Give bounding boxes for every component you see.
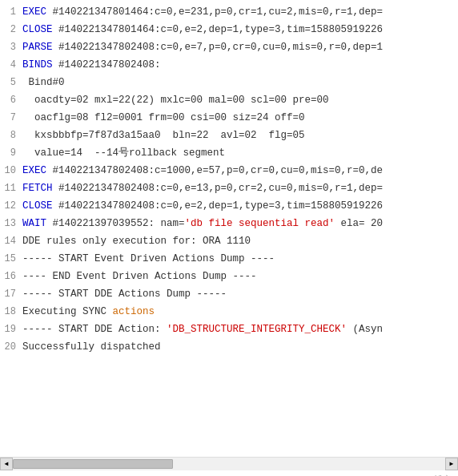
line-content: oacdty=02 mxl=22(22) mxlc=00 mal=00 scl=… — [22, 92, 329, 108]
code-token: #140221347802408:c=0,e=7,p=0,cr=0,cu=0,m… — [53, 42, 384, 53]
line-number: 2 — [0, 24, 22, 35]
code-token: DDE rules only execution for: ORA 1110 — [22, 236, 251, 247]
line-number: 18 — [0, 306, 22, 317]
horizontal-scrollbar[interactable]: ◀ ▶ — [0, 457, 458, 470]
code-token: ----- START DDE Actions Dump ----- — [22, 288, 227, 300]
line-content: Successfully dispatched — [22, 339, 161, 355]
line-number: 14 — [0, 236, 22, 247]
code-line: 20Successfully dispatched — [0, 338, 458, 356]
code-line: 10EXEC #140221347802408:c=1000,e=57,p=0,… — [0, 162, 458, 180]
code-token: #140221347802408: — [53, 59, 161, 71]
code-line: 2CLOSE #140221347801464:c=0,e=2,dep=1,ty… — [0, 21, 458, 38]
line-content: CLOSE #140221347801464:c=0,e=2,dep=1,typ… — [22, 22, 383, 38]
code-lines: 1EXEC #140221347801464:c=0,e=231,p=0,cr=… — [0, 0, 458, 359]
code-line: 1EXEC #140221347801464:c=0,e=231,p=0,cr=… — [0, 3, 458, 21]
line-content: FETCH #140221347802408:c=0,e=13,p=0,cr=2… — [22, 180, 383, 196]
scroll-left-button[interactable]: ◀ — [0, 458, 13, 470]
line-content: ----- START DDE Actions Dump ----- — [22, 286, 227, 302]
line-number: 11 — [0, 183, 22, 194]
code-token: PARSE — [22, 42, 53, 53]
code-token: #140221347801464:c=0,e=2,dep=1,type=3,ti… — [53, 24, 377, 35]
line-content: Executing SYNC actions — [22, 304, 155, 320]
line-number: 19 — [0, 324, 22, 335]
code-token: #140221397039552: nam= — [46, 218, 185, 229]
code-line: 14DDE rules only execution for: ORA 1110 — [0, 232, 458, 250]
code-token: 'db file sequential read' — [185, 218, 335, 229]
line-content: PARSE #140221347802408:c=0,e=7,p=0,cr=0,… — [22, 39, 383, 55]
code-token: Bind#0 — [22, 77, 65, 88]
code-token: Executing SYNC — [22, 306, 113, 317]
code-line: 18Executing SYNC actions — [0, 303, 458, 321]
scrollbar-track[interactable] — [13, 458, 445, 470]
line-content: ----- START DDE Action: 'DB_STRUCTURE_IN… — [22, 321, 383, 337]
line-content: BINDS #140221347802408: — [22, 57, 161, 73]
code-token: #140221347802408:c=0,e=2,dep=1,type=3,ti… — [53, 200, 377, 212]
code-token: kxsbbbfp=7f87d3a15aa0 bln=22 avl=02 flg=… — [22, 130, 305, 141]
code-line: 15----- START Event Driven Actions Dump … — [0, 250, 458, 268]
footer-bar: @51CTO博客 — [0, 470, 458, 476]
line-number: 9 — [0, 147, 22, 159]
code-line: 6 oacdty=02 mxl=22(22) mxlc=00 mal=00 sc… — [0, 91, 458, 109]
code-token: BINDS — [22, 59, 53, 71]
code-line: 16---- END Event Driven Actions Dump ---… — [0, 268, 458, 285]
code-token: EXEC — [22, 6, 46, 18]
code-token: ---- END Event Driven Actions Dump ---- — [22, 271, 257, 282]
code-token: CLOSE — [22, 200, 53, 212]
code-token: value=14 --14号rollback segment — [22, 147, 225, 159]
code-token: CLOSE — [22, 24, 53, 35]
line-content: oacflg=08 fl2=0001 frm=00 csi=00 siz=24 … — [22, 110, 305, 126]
scrollbar-thumb[interactable] — [13, 459, 173, 469]
code-line: 12CLOSE #140221347802408:c=0,e=2,dep=1,t… — [0, 197, 458, 215]
line-number: 10 — [0, 165, 22, 176]
line-content: value=14 --14号rollback segment — [22, 145, 225, 161]
code-line: 11FETCH #140221347802408:c=0,e=13,p=0,cr… — [0, 180, 458, 197]
code-token: ----- START DDE Action: — [22, 324, 167, 335]
code-line: 9 value=14 --14号rollback segment — [0, 144, 458, 162]
code-line: 13WAIT #140221397039552: nam='db file se… — [0, 215, 458, 232]
line-number: 1 — [0, 6, 22, 18]
line-content: EXEC #140221347801464:c=0,e=231,p=0,cr=1… — [22, 4, 383, 20]
code-line: 5 Bind#0 — [0, 74, 458, 91]
code-line: 17----- START DDE Actions Dump ----- — [0, 285, 458, 303]
line-number: 5 — [0, 77, 22, 88]
code-token: Successfully dispatched — [22, 341, 161, 353]
line-content: ----- START Event Driven Actions Dump --… — [22, 251, 275, 267]
line-number: 6 — [0, 95, 22, 106]
code-token: FETCH — [22, 183, 53, 194]
line-content: Bind#0 — [22, 75, 65, 91]
code-token: actions — [113, 306, 155, 317]
line-content: WAIT #140221397039552: nam='db file sequ… — [22, 216, 383, 232]
code-line: 8 kxsbbbfp=7f87d3a15aa0 bln=22 avl=02 fl… — [0, 127, 458, 144]
code-token: #140221347802408:c=1000,e=57,p=0,cr=0,cu… — [46, 165, 383, 176]
code-line: 4BINDS #140221347802408: — [0, 56, 458, 74]
line-number: 15 — [0, 253, 22, 264]
line-content: ---- END Event Driven Actions Dump ---- — [22, 268, 257, 284]
code-token: 6 — [377, 24, 384, 35]
line-number: 12 — [0, 200, 22, 212]
code-token: EXEC — [22, 165, 46, 176]
code-token: WAIT — [22, 218, 46, 229]
scroll-right-button[interactable]: ▶ — [445, 458, 458, 470]
code-token: #140221347802408:c=0,e=13,p=0,cr=2,cu=0,… — [53, 183, 384, 194]
line-content: DDE rules only execution for: ORA 1110 — [22, 233, 251, 249]
code-token: 'DB_STRUCTURE_INTEGRITY_CHECK' — [167, 324, 347, 335]
code-token: oacdty=02 mxl=22(22) mxlc=00 mal=00 scl=… — [22, 95, 329, 106]
code-token: #140221347801464:c=0,e=231,p=0,cr=1,cu=2… — [46, 6, 383, 18]
line-number: 8 — [0, 130, 22, 141]
code-line: 3PARSE #140221347802408:c=0,e=7,p=0,cr=0… — [0, 38, 458, 56]
code-token: ela= 20 — [335, 218, 383, 229]
line-number: 20 — [0, 341, 22, 353]
line-number: 3 — [0, 42, 22, 53]
line-number: 17 — [0, 288, 22, 300]
code-line: 7 oacflg=08 fl2=0001 frm=00 csi=00 siz=2… — [0, 109, 458, 127]
line-content: EXEC #140221347802408:c=1000,e=57,p=0,cr… — [22, 163, 383, 179]
line-number: 4 — [0, 59, 22, 71]
code-container: 1EXEC #140221347801464:c=0,e=231,p=0,cr=… — [0, 0, 458, 457]
code-line: 19----- START DDE Action: 'DB_STRUCTURE_… — [0, 321, 458, 338]
code-token: ----- START Event Driven Actions Dump --… — [22, 253, 275, 264]
line-content: kxsbbbfp=7f87d3a15aa0 bln=22 avl=02 flg=… — [22, 127, 305, 143]
code-token: oacflg=08 fl2=0001 frm=00 csi=00 siz=24 … — [22, 112, 305, 123]
code-token: (Asyn — [347, 324, 383, 335]
line-content: CLOSE #140221347802408:c=0,e=2,dep=1,typ… — [22, 198, 383, 214]
line-number: 7 — [0, 112, 22, 123]
